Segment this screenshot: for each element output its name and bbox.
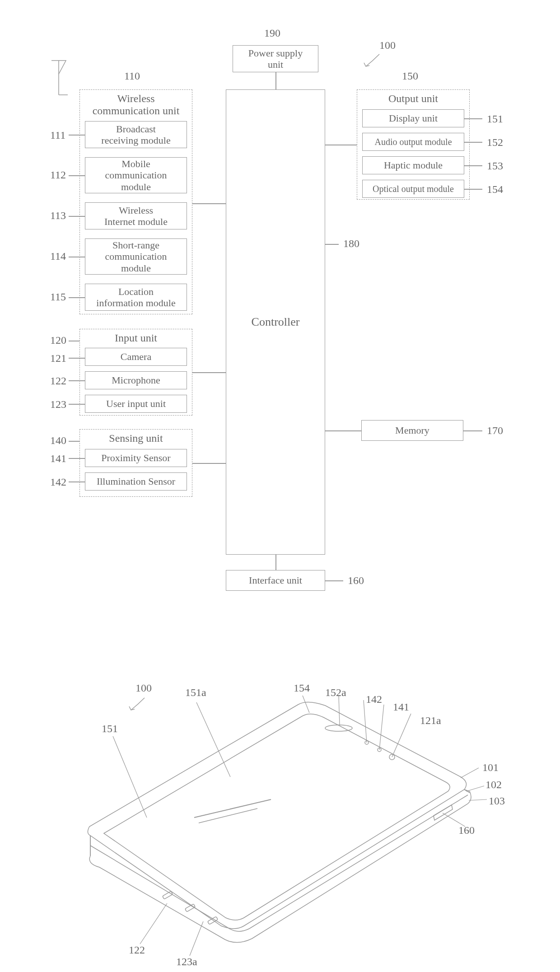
block-location: Location information module bbox=[85, 284, 187, 311]
tick-112 bbox=[69, 175, 85, 176]
block-broadcast: Broadcast receiving module bbox=[85, 121, 187, 148]
ref-160: 160 bbox=[348, 575, 364, 587]
ref-140: 140 bbox=[50, 435, 66, 447]
svg-line-13 bbox=[379, 705, 384, 750]
phone-perspective-drawing bbox=[36, 678, 524, 967]
block-display: Display unit bbox=[362, 109, 464, 127]
svg-line-9 bbox=[196, 702, 230, 777]
ref-153: 153 bbox=[487, 160, 503, 172]
p-ref-122: 122 bbox=[129, 944, 145, 956]
svg-line-10 bbox=[303, 696, 309, 713]
block-short-range: Short-range communication module bbox=[85, 238, 187, 275]
svg-line-21 bbox=[190, 921, 203, 956]
p-ref-101: 101 bbox=[482, 762, 499, 774]
connector bbox=[325, 145, 357, 145]
tick-160 bbox=[325, 580, 343, 581]
group-title-sensing: Sensing unit bbox=[80, 430, 192, 444]
connector bbox=[325, 430, 361, 431]
tick-170 bbox=[463, 430, 482, 431]
block-controller: Controller bbox=[226, 89, 325, 555]
tick-152 bbox=[464, 142, 482, 143]
connector bbox=[192, 372, 226, 373]
tick-120 bbox=[69, 341, 79, 341]
arrow-100 bbox=[361, 52, 384, 70]
ref-151: 151 bbox=[487, 113, 503, 125]
ref-100: 100 bbox=[379, 39, 396, 51]
block-mobile-comm: Mobile communication module bbox=[85, 157, 187, 193]
p-ref-123a: 123a bbox=[176, 956, 197, 968]
group-title-output: Output unit bbox=[357, 90, 469, 105]
p-ref-102: 102 bbox=[485, 779, 502, 791]
block-audio-out: Audio output module bbox=[362, 133, 464, 151]
tick-114 bbox=[69, 257, 85, 257]
ref-115: 115 bbox=[50, 291, 66, 303]
connector bbox=[192, 463, 226, 464]
ref-154: 154 bbox=[487, 183, 503, 196]
ref-180: 180 bbox=[343, 238, 359, 250]
block-camera: Camera bbox=[85, 348, 187, 366]
tick-121 bbox=[69, 358, 85, 359]
ref-110: 110 bbox=[124, 70, 140, 82]
connector bbox=[275, 555, 276, 570]
block-haptic: Haptic module bbox=[362, 156, 464, 174]
antenna-icon bbox=[50, 59, 68, 99]
connector bbox=[192, 203, 226, 204]
tick-122 bbox=[69, 380, 85, 381]
group-title-input: Input unit bbox=[80, 329, 192, 344]
tick-151 bbox=[464, 118, 482, 119]
ref-190: 190 bbox=[264, 27, 280, 39]
p-ref-142: 142 bbox=[366, 693, 382, 706]
group-title-wireless: Wireless communication unit bbox=[80, 90, 192, 117]
block-interface: Interface unit bbox=[226, 570, 325, 591]
p-ref-154: 154 bbox=[294, 682, 310, 694]
ref-150: 150 bbox=[402, 70, 418, 82]
tick-141 bbox=[69, 458, 85, 459]
tick-140 bbox=[69, 441, 79, 442]
tick-180 bbox=[325, 244, 339, 245]
svg-line-20 bbox=[140, 903, 167, 944]
block-proximity: Proximity Sensor bbox=[85, 449, 187, 467]
block-microphone: Microphone bbox=[85, 371, 187, 389]
tick-111 bbox=[69, 135, 85, 136]
svg-line-19 bbox=[113, 736, 147, 818]
svg-line-11 bbox=[339, 696, 340, 725]
tick-142 bbox=[69, 481, 85, 482]
tick-113 bbox=[69, 216, 85, 217]
tick-153 bbox=[464, 165, 482, 166]
ref-111: 111 bbox=[50, 129, 65, 141]
ref-112: 112 bbox=[50, 169, 66, 181]
block-optical-out: Optical output module bbox=[362, 180, 464, 198]
arrow-p100 bbox=[126, 696, 149, 714]
p-ref-103: 103 bbox=[489, 795, 505, 807]
p-ref-151: 151 bbox=[102, 723, 118, 735]
svg-line-15 bbox=[461, 768, 479, 778]
svg-point-2 bbox=[325, 725, 352, 731]
ref-121: 121 bbox=[50, 352, 66, 364]
ref-113: 113 bbox=[50, 210, 66, 222]
ref-170: 170 bbox=[487, 425, 503, 437]
ref-142: 142 bbox=[50, 476, 66, 488]
block-power-supply: Power supply unit bbox=[233, 45, 318, 72]
ref-114: 114 bbox=[50, 250, 66, 262]
diagram-canvas: 100 190 Power supply unit Controller 180… bbox=[0, 0, 560, 972]
block-illumination: Illumination Sensor bbox=[85, 472, 187, 491]
p-ref-141: 141 bbox=[393, 701, 409, 713]
block-user-input: User input unit bbox=[85, 395, 187, 413]
p-ref-151a: 151a bbox=[185, 687, 206, 699]
svg-line-14 bbox=[392, 714, 411, 757]
block-memory: Memory bbox=[361, 420, 463, 441]
tick-115 bbox=[69, 297, 85, 298]
p-ref-121a: 121a bbox=[420, 715, 441, 727]
ref-120: 120 bbox=[50, 334, 66, 346]
p-ref-100: 100 bbox=[135, 682, 152, 694]
p-ref-160: 160 bbox=[458, 824, 475, 836]
svg-line-12 bbox=[364, 700, 367, 743]
connector bbox=[275, 72, 276, 89]
svg-line-17 bbox=[469, 799, 487, 800]
svg-line-16 bbox=[466, 786, 484, 791]
ref-152: 152 bbox=[487, 136, 503, 149]
p-ref-152a: 152a bbox=[325, 687, 346, 699]
tick-154 bbox=[464, 189, 482, 190]
ref-141: 141 bbox=[50, 453, 66, 465]
tick-123 bbox=[69, 404, 85, 405]
